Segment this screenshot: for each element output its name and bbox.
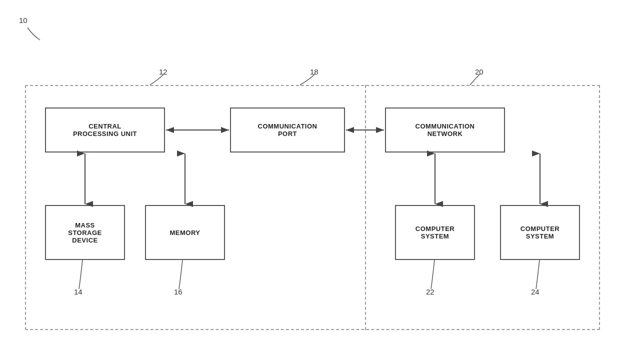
computer-system-2-box: COMPUTERSYSTEM (500, 205, 580, 260)
comm-network-label: COMMUNICATIONNETWORK (416, 122, 475, 138)
vertical-divider (365, 85, 366, 330)
comm-port-box: COMMUNICATIONPORT (230, 108, 345, 152)
ref-18: 18 (310, 68, 318, 76)
mass-storage-box: MASSSTORAGEDEVICE (45, 205, 125, 260)
ref-16: 16 (174, 288, 182, 296)
ref-12: 12 (159, 68, 168, 76)
ref-22: 22 (426, 288, 434, 296)
computer-system-1-label: COMPUTERSYSTEM (416, 225, 454, 240)
comm-port-label: COMMUNICATIONPORT (258, 122, 318, 138)
comm-network-box: COMMUNICATIONNETWORK (385, 108, 505, 152)
computer-system-1-box: COMPUTERSYSTEM (395, 205, 475, 260)
cpu-box: CENTRALPROCESSING UNIT (45, 108, 165, 152)
memory-box: MEMORY (145, 205, 225, 260)
cpu-label: CENTRALPROCESSING UNIT (73, 122, 137, 138)
ref-20: 20 (475, 68, 484, 76)
computer-system-2-label: COMPUTERSYSTEM (520, 225, 560, 240)
ref-14: 14 (74, 288, 82, 296)
mass-storage-label: MASSSTORAGEDEVICE (68, 222, 102, 244)
diagram-container: 10 12 18 20 CENTRALPROCESSING UNIT COMMU… (0, 0, 620, 364)
memory-label: MEMORY (170, 229, 200, 236)
ref-24: 24 (531, 288, 540, 296)
ref-10: 10 (19, 16, 28, 24)
